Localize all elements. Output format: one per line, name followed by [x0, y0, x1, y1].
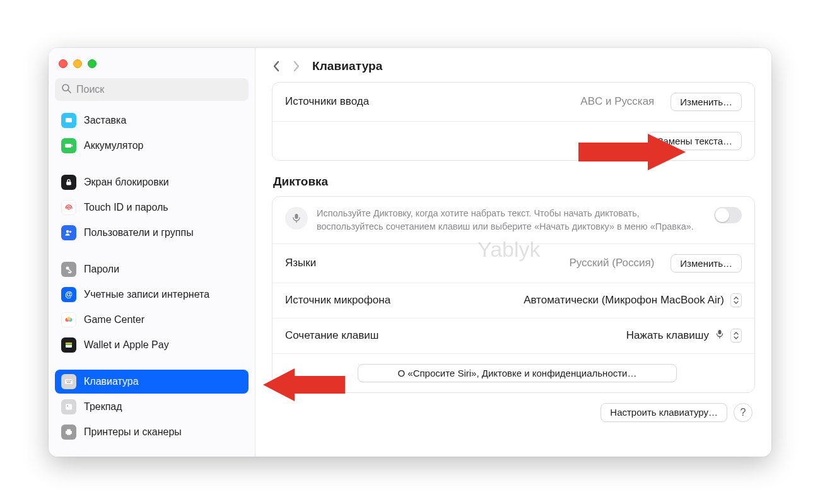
svg-rect-3: [65, 144, 71, 148]
wallet-icon: [61, 337, 76, 353]
svg-rect-22: [67, 382, 71, 382]
dictation-panel: Используйте Диктовку, когда хотите набра…: [272, 196, 755, 393]
dictation-shortcut-row: Сочетание клавиш Нажать клавишу: [272, 318, 754, 353]
dictation-note-row: Используйте Диктовку, когда хотите набра…: [272, 197, 754, 243]
zoom-window-button[interactable]: [88, 59, 97, 68]
svg-rect-16: [65, 379, 73, 384]
sidebar-item-label: Заставка: [84, 115, 126, 126]
sidebar-item-trackpad[interactable]: Трекпад: [55, 395, 249, 419]
dictation-shortcut-label: Сочетание клавиш: [285, 329, 378, 342]
users-icon: [61, 225, 76, 240]
svg-text:@: @: [65, 290, 73, 299]
input-sources-label: Источники ввода: [285, 95, 369, 108]
input-sources-row: Источники ввода ABC и Русская Изменить…: [272, 83, 754, 121]
sidebar-item-screensaver[interactable]: Заставка: [55, 108, 249, 132]
dictation-languages-value: Русский (Россия): [569, 257, 654, 269]
close-window-button[interactable]: [59, 59, 67, 68]
svg-rect-21: [71, 380, 71, 381]
mic-source-value: Автоматически (Микрофон MacBook Air): [524, 294, 724, 307]
search-input[interactable]: Поиск: [55, 78, 249, 101]
svg-rect-29: [718, 330, 722, 334]
content-header: Клавиатура: [255, 48, 771, 82]
dictation-heading: Диктовка: [273, 175, 754, 189]
customize-keyboard-button[interactable]: Настроить клавиатуру…: [600, 403, 727, 422]
fingerprint-icon: [61, 200, 76, 215]
svg-point-24: [67, 405, 68, 406]
page-title: Клавиатура: [312, 59, 382, 73]
svg-rect-28: [295, 214, 298, 219]
svg-point-6: [66, 230, 69, 232]
sidebar-item-label: Wallet и Apple Pay: [84, 339, 169, 351]
window-controls: [55, 57, 249, 78]
keyboard-icon: [61, 374, 76, 389]
sidebar-item-touch-id[interactable]: Touch ID и пароль: [55, 196, 249, 220]
sidebar-item-label: Клавиатура: [84, 376, 139, 387]
dictation-languages-label: Языки: [285, 257, 316, 269]
trackpad-icon: [61, 399, 76, 414]
sidebar-item-battery[interactable]: Аккумулятор: [55, 134, 249, 158]
svg-point-12: [67, 317, 71, 320]
input-sources-value: ABC и Русская: [580, 95, 654, 108]
svg-rect-2: [66, 118, 72, 122]
sidebar-item-label: Трекпад: [84, 401, 122, 413]
search-placeholder: Поиск: [76, 84, 104, 95]
sidebar-item-users-groups[interactable]: Пользователи и группы: [55, 221, 249, 245]
siri-privacy-row: О «Спросите Siri», Диктовке и конфиденци…: [272, 353, 754, 392]
dictation-languages-edit-button[interactable]: Изменить…: [671, 254, 742, 273]
svg-rect-18: [67, 380, 68, 381]
sidebar-item-passwords[interactable]: Пароли: [55, 257, 249, 281]
svg-rect-26: [67, 429, 71, 431]
sidebar-item-wallet-applepay[interactable]: Wallet и Apple Pay: [55, 333, 249, 357]
search-icon: [61, 83, 71, 96]
dictation-shortcut-select[interactable]: Нажать клавишу: [626, 329, 742, 343]
mic-key-icon: [715, 329, 724, 343]
sidebar-item-label: Game Center: [84, 314, 144, 325]
mic-source-row: Источник микрофона Автоматически (Микроф…: [272, 283, 754, 318]
minimize-window-button[interactable]: [73, 59, 82, 68]
text-replacement-row: Замены текста…: [272, 121, 754, 160]
siri-privacy-button[interactable]: О «Спросите Siri», Диктовке и конфиденци…: [358, 364, 677, 382]
sidebar-list: Заставка Аккумулятор Экран блокировки: [55, 108, 249, 444]
printer-icon: [61, 425, 76, 440]
key-icon: [61, 262, 76, 277]
forward-button[interactable]: [292, 60, 301, 73]
dictation-languages-row: Языки Русский (Россия) Изменить…: [272, 243, 754, 283]
sidebar-item-keyboard[interactable]: Клавиатура: [55, 370, 249, 394]
sidebar-item-label: Touch ID и пароль: [84, 202, 168, 213]
back-button[interactable]: [272, 60, 281, 73]
sidebar-item-game-center[interactable]: Game Center: [55, 308, 249, 332]
svg-rect-15: [66, 344, 72, 345]
chevron-updown-icon: [730, 329, 742, 343]
text-replacement-button[interactable]: Замены текста…: [648, 132, 742, 150]
gamecenter-icon: [61, 312, 76, 327]
sidebar-item-label: Принтеры и сканеры: [84, 426, 182, 438]
dictation-shortcut-value: Нажать клавишу: [626, 329, 709, 342]
sidebar-item-internet-accounts[interactable]: @ Учетные записи интернета: [55, 283, 249, 307]
screensaver-icon: [61, 113, 76, 128]
content-pane: Клавиатура Источники ввода ABC и Русская…: [255, 48, 771, 457]
mic-source-select[interactable]: Автоматически (Микрофон MacBook Air): [524, 293, 742, 307]
dictation-toggle[interactable]: [714, 207, 742, 223]
sidebar-item-printers-scanners[interactable]: Принтеры и сканеры: [55, 420, 249, 444]
mic-source-label: Источник микрофона: [285, 294, 390, 307]
mic-icon: [285, 207, 308, 230]
svg-rect-14: [66, 343, 72, 344]
sidebar-item-label: Аккумулятор: [84, 140, 143, 151]
sidebar-item-label: Экран блокировки: [84, 177, 169, 188]
sidebar: Поиск Заставка Аккумулятор Экран б: [49, 48, 255, 457]
svg-rect-27: [67, 433, 71, 435]
svg-rect-20: [70, 380, 71, 381]
svg-rect-23: [66, 404, 72, 409]
chevron-updown-icon: [730, 293, 742, 307]
svg-point-7: [69, 230, 72, 233]
help-button[interactable]: ?: [734, 403, 753, 422]
at-icon: @: [61, 287, 76, 302]
sidebar-item-lock-screen[interactable]: Экран блокировки: [55, 170, 249, 194]
svg-line-1: [68, 90, 71, 93]
battery-icon: [61, 138, 76, 153]
sidebar-item-label: Пароли: [84, 264, 119, 275]
footer-row: Настроить клавиатуру… ?: [272, 393, 755, 425]
sidebar-item-label: Учетные записи интернета: [84, 289, 209, 300]
input-sources-edit-button[interactable]: Изменить…: [671, 93, 742, 111]
svg-rect-17: [66, 380, 67, 381]
